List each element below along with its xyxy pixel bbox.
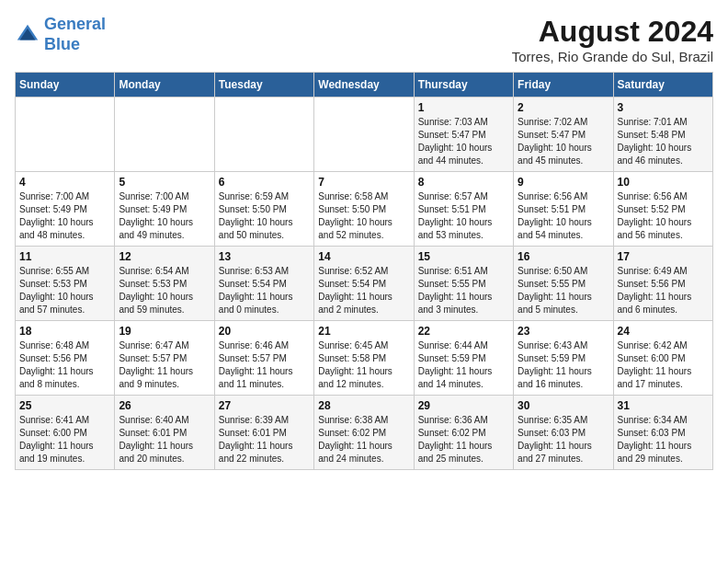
day-cell: 13Sunrise: 6:53 AMSunset: 5:54 PMDayligh… bbox=[214, 247, 313, 321]
day-number: 12 bbox=[119, 250, 210, 263]
day-info: Sunrise: 6:41 AMSunset: 6:00 PMDaylight:… bbox=[19, 414, 110, 465]
day-cell bbox=[115, 98, 214, 172]
day-info: Sunrise: 6:55 AMSunset: 5:53 PMDaylight:… bbox=[19, 265, 110, 316]
col-header-tuesday: Tuesday bbox=[214, 73, 313, 98]
day-number: 16 bbox=[518, 250, 609, 263]
day-info: Sunrise: 6:42 AMSunset: 6:00 PMDaylight:… bbox=[618, 339, 709, 391]
day-number: 15 bbox=[418, 250, 509, 263]
day-number: 25 bbox=[19, 399, 110, 412]
day-info: Sunrise: 6:58 AMSunset: 5:50 PMDaylight:… bbox=[318, 190, 409, 242]
day-cell: 28Sunrise: 6:38 AMSunset: 6:02 PMDayligh… bbox=[314, 396, 414, 470]
day-cell: 27Sunrise: 6:39 AMSunset: 6:01 PMDayligh… bbox=[214, 396, 313, 470]
day-info: Sunrise: 6:36 AMSunset: 6:02 PMDaylight:… bbox=[418, 414, 509, 465]
day-info: Sunrise: 6:56 AMSunset: 5:52 PMDaylight:… bbox=[618, 190, 709, 242]
day-number: 6 bbox=[219, 176, 310, 189]
day-number: 28 bbox=[318, 399, 409, 412]
day-info: Sunrise: 6:46 AMSunset: 5:57 PMDaylight:… bbox=[219, 339, 310, 391]
day-cell: 20Sunrise: 6:46 AMSunset: 5:57 PMDayligh… bbox=[214, 321, 313, 396]
day-info: Sunrise: 7:01 AMSunset: 5:48 PMDaylight:… bbox=[618, 116, 709, 167]
title-area: August 2024 Torres, Rio Grande do Sul, B… bbox=[512, 15, 713, 64]
day-cell: 8Sunrise: 6:57 AMSunset: 5:51 PMDaylight… bbox=[414, 172, 513, 247]
col-header-wednesday: Wednesday bbox=[314, 73, 414, 98]
day-number: 30 bbox=[518, 399, 609, 412]
day-info: Sunrise: 6:38 AMSunset: 6:02 PMDaylight:… bbox=[318, 414, 409, 465]
week-row-2: 4Sunrise: 7:00 AMSunset: 5:49 PMDaylight… bbox=[16, 172, 713, 247]
day-info: Sunrise: 6:50 AMSunset: 5:55 PMDaylight:… bbox=[518, 265, 609, 316]
day-info: Sunrise: 6:34 AMSunset: 6:03 PMDaylight:… bbox=[618, 414, 709, 465]
day-cell: 26Sunrise: 6:40 AMSunset: 6:01 PMDayligh… bbox=[115, 396, 214, 470]
day-number: 18 bbox=[19, 325, 110, 338]
day-cell: 18Sunrise: 6:48 AMSunset: 5:56 PMDayligh… bbox=[16, 321, 115, 396]
day-cell: 24Sunrise: 6:42 AMSunset: 6:00 PMDayligh… bbox=[613, 321, 712, 396]
day-info: Sunrise: 6:35 AMSunset: 6:03 PMDaylight:… bbox=[518, 414, 609, 465]
day-cell: 29Sunrise: 6:36 AMSunset: 6:02 PMDayligh… bbox=[414, 396, 513, 470]
day-cell: 23Sunrise: 6:43 AMSunset: 5:59 PMDayligh… bbox=[514, 321, 613, 396]
col-header-sunday: Sunday bbox=[16, 73, 115, 98]
day-number: 3 bbox=[618, 101, 709, 114]
day-cell: 21Sunrise: 6:45 AMSunset: 5:58 PMDayligh… bbox=[314, 321, 414, 396]
calendar-table: SundayMondayTuesdayWednesdayThursdayFrid… bbox=[15, 72, 713, 470]
day-number: 8 bbox=[418, 176, 509, 189]
day-cell: 5Sunrise: 7:00 AMSunset: 5:49 PMDaylight… bbox=[115, 172, 214, 247]
day-cell: 15Sunrise: 6:51 AMSunset: 5:55 PMDayligh… bbox=[414, 247, 513, 321]
day-cell: 14Sunrise: 6:52 AMSunset: 5:54 PMDayligh… bbox=[314, 247, 414, 321]
day-info: Sunrise: 6:48 AMSunset: 5:56 PMDaylight:… bbox=[19, 339, 110, 391]
header-row: SundayMondayTuesdayWednesdayThursdayFrid… bbox=[16, 73, 713, 98]
day-cell: 11Sunrise: 6:55 AMSunset: 5:53 PMDayligh… bbox=[16, 247, 115, 321]
day-cell: 16Sunrise: 6:50 AMSunset: 5:55 PMDayligh… bbox=[514, 247, 613, 321]
day-number: 23 bbox=[518, 325, 609, 338]
day-info: Sunrise: 6:53 AMSunset: 5:54 PMDaylight:… bbox=[219, 265, 310, 316]
week-row-5: 25Sunrise: 6:41 AMSunset: 6:00 PMDayligh… bbox=[16, 396, 713, 470]
day-cell: 31Sunrise: 6:34 AMSunset: 6:03 PMDayligh… bbox=[613, 396, 712, 470]
day-number: 7 bbox=[318, 176, 409, 189]
day-number: 13 bbox=[219, 250, 310, 263]
day-cell bbox=[16, 98, 115, 172]
day-number: 11 bbox=[19, 250, 110, 263]
day-cell: 10Sunrise: 6:56 AMSunset: 5:52 PMDayligh… bbox=[613, 172, 712, 247]
day-number: 10 bbox=[618, 176, 709, 189]
day-info: Sunrise: 6:56 AMSunset: 5:51 PMDaylight:… bbox=[518, 190, 609, 242]
day-info: Sunrise: 6:59 AMSunset: 5:50 PMDaylight:… bbox=[219, 190, 310, 242]
day-info: Sunrise: 6:57 AMSunset: 5:51 PMDaylight:… bbox=[418, 190, 509, 242]
col-header-monday: Monday bbox=[115, 73, 214, 98]
day-number: 5 bbox=[119, 176, 210, 189]
day-info: Sunrise: 6:49 AMSunset: 5:56 PMDaylight:… bbox=[618, 265, 709, 316]
header: General Blue August 2024 Torres, Rio Gra… bbox=[15, 15, 713, 64]
logo: General Blue bbox=[15, 15, 106, 54]
day-cell: 25Sunrise: 6:41 AMSunset: 6:00 PMDayligh… bbox=[16, 396, 115, 470]
day-info: Sunrise: 6:40 AMSunset: 6:01 PMDaylight:… bbox=[119, 414, 210, 465]
logo-icon bbox=[15, 22, 40, 48]
day-number: 31 bbox=[618, 399, 709, 412]
day-info: Sunrise: 6:39 AMSunset: 6:01 PMDaylight:… bbox=[219, 414, 310, 465]
day-cell: 30Sunrise: 6:35 AMSunset: 6:03 PMDayligh… bbox=[514, 396, 613, 470]
day-info: Sunrise: 6:51 AMSunset: 5:55 PMDaylight:… bbox=[418, 265, 509, 316]
day-info: Sunrise: 6:52 AMSunset: 5:54 PMDaylight:… bbox=[318, 265, 409, 316]
day-number: 9 bbox=[518, 176, 609, 189]
day-number: 20 bbox=[219, 325, 310, 338]
day-cell: 6Sunrise: 6:59 AMSunset: 5:50 PMDaylight… bbox=[214, 172, 313, 247]
day-cell: 9Sunrise: 6:56 AMSunset: 5:51 PMDaylight… bbox=[514, 172, 613, 247]
day-number: 29 bbox=[418, 399, 509, 412]
day-cell: 17Sunrise: 6:49 AMSunset: 5:56 PMDayligh… bbox=[613, 247, 712, 321]
col-header-thursday: Thursday bbox=[414, 73, 513, 98]
day-info: Sunrise: 7:02 AMSunset: 5:47 PMDaylight:… bbox=[518, 116, 609, 167]
day-cell: 1Sunrise: 7:03 AMSunset: 5:47 PMDaylight… bbox=[414, 98, 513, 172]
day-cell bbox=[214, 98, 313, 172]
day-info: Sunrise: 6:54 AMSunset: 5:53 PMDaylight:… bbox=[119, 265, 210, 316]
day-info: Sunrise: 6:43 AMSunset: 5:59 PMDaylight:… bbox=[518, 339, 609, 391]
col-header-friday: Friday bbox=[514, 73, 613, 98]
day-number: 4 bbox=[19, 176, 110, 189]
location: Torres, Rio Grande do Sul, Brazil bbox=[512, 49, 713, 64]
day-cell: 4Sunrise: 7:00 AMSunset: 5:49 PMDaylight… bbox=[16, 172, 115, 247]
day-cell: 2Sunrise: 7:02 AMSunset: 5:47 PMDaylight… bbox=[514, 98, 613, 172]
col-header-saturday: Saturday bbox=[613, 73, 712, 98]
day-info: Sunrise: 7:03 AMSunset: 5:47 PMDaylight:… bbox=[418, 116, 509, 167]
day-number: 27 bbox=[219, 399, 310, 412]
day-info: Sunrise: 7:00 AMSunset: 5:49 PMDaylight:… bbox=[119, 190, 210, 242]
day-info: Sunrise: 6:44 AMSunset: 5:59 PMDaylight:… bbox=[418, 339, 509, 391]
day-number: 19 bbox=[119, 325, 210, 338]
day-info: Sunrise: 7:00 AMSunset: 5:49 PMDaylight:… bbox=[19, 190, 110, 242]
day-cell bbox=[314, 98, 414, 172]
day-info: Sunrise: 6:47 AMSunset: 5:57 PMDaylight:… bbox=[119, 339, 210, 391]
day-info: Sunrise: 6:45 AMSunset: 5:58 PMDaylight:… bbox=[318, 339, 409, 391]
